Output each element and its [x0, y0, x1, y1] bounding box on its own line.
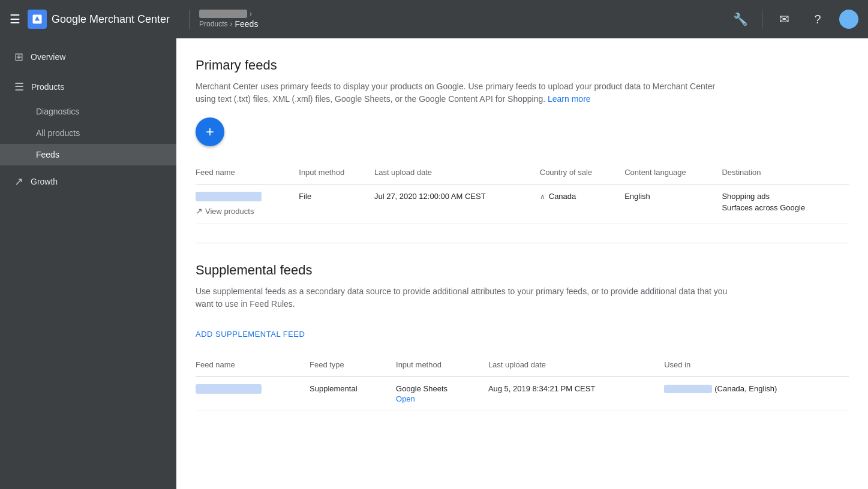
- col-country: Country of sale: [540, 161, 624, 185]
- supplemental-feed-row: Supplemental Google Sheets Open Aug 5, 2…: [196, 377, 849, 411]
- primary-feed-destination-cell: Shopping ads Surfaces across Google: [722, 185, 849, 224]
- topbar-divider-2: [762, 10, 762, 29]
- supplemental-feeds-title: Supplemental feeds: [196, 262, 849, 278]
- add-icon: +: [206, 125, 214, 139]
- supp-feed-type-cell: Supplemental: [310, 377, 396, 411]
- app-logo: Google Merchant Center: [28, 10, 170, 29]
- sidebar-item-diagnostics[interactable]: Diagnostics: [0, 101, 176, 122]
- supp-col-input-method: Input method: [396, 353, 488, 377]
- mail-icon: ✉: [779, 12, 789, 26]
- supp-feed-name-cell: [196, 377, 310, 411]
- external-link-icon: ↗: [196, 206, 203, 216]
- all-products-label: All products: [36, 128, 80, 138]
- used-in-blurred: [664, 385, 712, 393]
- menu-icon[interactable]: ☰: [10, 12, 20, 26]
- col-feed-name: Feed name: [196, 161, 299, 185]
- breadcrumb: › Products › Feeds: [199, 10, 258, 29]
- topbar-actions: 🔧 ✉ ?: [728, 7, 858, 31]
- settings-button[interactable]: 🔧: [728, 7, 752, 31]
- products-icon: ☰: [14, 80, 24, 93]
- breadcrumb-chevron-1: ›: [250, 10, 252, 18]
- account-name-blurred: [199, 10, 247, 18]
- sidebar: ⊞ Overview ☰ Products Diagnostics All pr…: [0, 38, 176, 489]
- language-value: English: [624, 192, 650, 201]
- mail-button[interactable]: ✉: [772, 7, 796, 31]
- upload-date-value: Jul 27, 2020 12:00:00 AM CEST: [374, 192, 486, 201]
- primary-feed-language-cell: English: [624, 185, 722, 224]
- supplemental-feeds-desc: Use supplemental feeds as a secondary da…: [196, 285, 735, 310]
- input-method-value: File: [299, 192, 311, 201]
- primary-feed-upload-date-cell: Jul 27, 2020 12:00:00 AM CEST: [374, 185, 540, 224]
- logo-icon: [28, 10, 47, 29]
- primary-feed-row: ↗ View products File Jul 27, 2020 12:00:…: [196, 185, 849, 224]
- help-button[interactable]: ?: [806, 7, 830, 31]
- supp-col-last-upload: Last upload date: [488, 353, 664, 377]
- feed-name-blurred: [196, 192, 262, 201]
- primary-feed-name-cell: ↗ View products: [196, 185, 299, 224]
- overview-icon: ⊞: [14, 50, 23, 64]
- supp-feed-name-blurred: [196, 384, 262, 394]
- col-destination: Destination: [722, 161, 849, 185]
- supplemental-feeds-table: Feed name Feed type Input method Last up…: [196, 353, 849, 411]
- breadcrumb-page: Feeds: [235, 19, 258, 29]
- supp-upload-date-value: Aug 5, 2019 8:34:21 PM CEST: [488, 384, 596, 393]
- used-in-value: (Canada, English): [714, 384, 777, 393]
- sidebar-growth-label: Growth: [31, 177, 58, 186]
- feeds-label: Feeds: [36, 150, 59, 159]
- primary-feed-input-method-cell: File: [299, 185, 374, 224]
- view-products-link[interactable]: ↗ View products: [196, 206, 289, 216]
- growth-icon: ↗: [14, 175, 23, 188]
- sidebar-item-growth[interactable]: ↗ Growth: [0, 168, 176, 195]
- supp-col-feed-name: Feed name: [196, 353, 310, 377]
- supp-feed-input-cell: Google Sheets Open: [396, 377, 488, 411]
- destination-1: Shopping ads: [722, 192, 839, 201]
- supp-open-link[interactable]: Open: [396, 394, 479, 403]
- supp-col-feed-type: Feed type: [310, 353, 396, 377]
- primary-feeds-title: Primary feeds: [196, 58, 849, 73]
- section-divider: [196, 243, 849, 243]
- country-value: Canada: [549, 192, 576, 201]
- supp-input-method-value: Google Sheets: [396, 384, 479, 393]
- col-last-upload: Last upload date: [374, 161, 540, 185]
- sidebar-item-feeds[interactable]: Feeds: [0, 144, 176, 165]
- col-input-method: Input method: [299, 161, 374, 185]
- wrench-icon: 🔧: [733, 12, 748, 26]
- sidebar-products-section: ☰ Products Diagnostics All products Feed…: [0, 71, 176, 168]
- destination-2: Surfaces across Google: [722, 203, 839, 212]
- help-icon: ?: [814, 13, 821, 26]
- supp-feed-used-in-cell: (Canada, English): [664, 377, 849, 411]
- avatar[interactable]: [839, 10, 858, 29]
- supp-feed-type-value: Supplemental: [310, 384, 358, 393]
- view-products-text: View products: [205, 207, 254, 216]
- country-chevron-icon[interactable]: ∧: [540, 192, 545, 201]
- primary-feeds-desc: Merchant Center uses primary feeds to di…: [196, 80, 735, 105]
- primary-feed-country-cell: ∧ Canada: [540, 185, 624, 224]
- layout: ⊞ Overview ☰ Products Diagnostics All pr…: [0, 38, 868, 489]
- sidebar-item-all-products[interactable]: All products: [0, 122, 176, 144]
- add-primary-feed-button[interactable]: +: [196, 117, 224, 146]
- add-supplemental-feed-button[interactable]: ADD SUPPLEMENTAL FEED: [196, 325, 305, 343]
- primary-feeds-table: Feed name Input method Last upload date …: [196, 161, 849, 224]
- supplemental-feeds-section: Supplemental feeds Use supplemental feed…: [196, 262, 849, 411]
- primary-feeds-section: Primary feeds Merchant Center uses prima…: [196, 58, 849, 224]
- sidebar-products-label-text: Products: [31, 82, 64, 92]
- sidebar-item-overview[interactable]: ⊞ Overview: [0, 43, 176, 71]
- breadcrumb-chevron-2: ›: [230, 20, 232, 28]
- topbar: ☰ Google Merchant Center › Products › Fe…: [0, 0, 868, 38]
- sidebar-overview-label: Overview: [31, 52, 65, 62]
- topbar-divider-1: [189, 10, 190, 29]
- breadcrumb-section: Products: [199, 20, 227, 28]
- app-title: Google Merchant Center: [52, 13, 170, 26]
- supp-col-used-in: Used in: [664, 353, 849, 377]
- col-language: Content language: [624, 161, 722, 185]
- diagnostics-label: Diagnostics: [36, 107, 79, 116]
- sidebar-item-products[interactable]: ☰ Products: [0, 73, 176, 101]
- main-content: Primary feeds Merchant Center uses prima…: [176, 38, 868, 489]
- supp-feed-upload-cell: Aug 5, 2019 8:34:21 PM CEST: [488, 377, 664, 411]
- learn-more-link[interactable]: Learn more: [548, 94, 591, 104]
